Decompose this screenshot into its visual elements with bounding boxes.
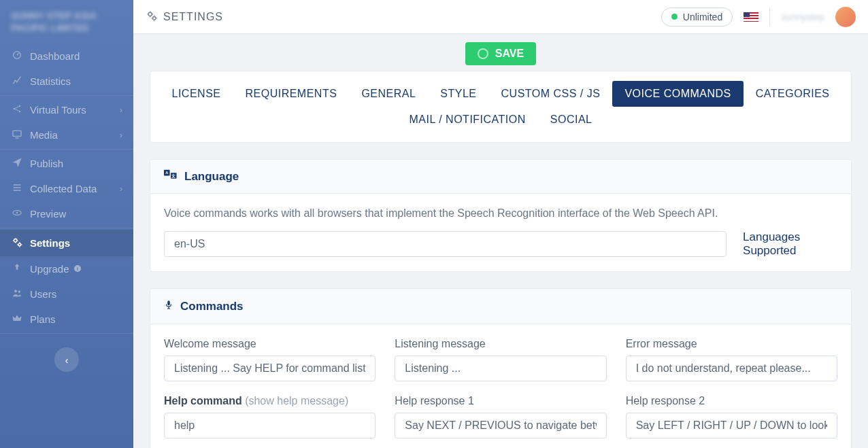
error-message-label: Error message [626,338,837,350]
svg-point-12 [18,291,20,293]
sidebar-label: Collected Data [30,183,97,194]
language-section-header: A文 Language [150,160,851,194]
language-help-text: Voice commands works with all browsers t… [164,207,837,220]
svg-point-7 [14,239,18,243]
sidebar-label: Preview [30,208,66,220]
commands-section-header: Commands [150,289,851,324]
language-flag[interactable] [744,12,758,22]
language-panel: A文 Language Voice commands works with al… [150,159,852,272]
tabs-panel: LICENSE REQUIREMENTS GENERAL STYLE CUSTO… [150,71,852,143]
topbar: SETTINGS Unlimited sunnystep [133,0,868,34]
sidebar-item-collected-data[interactable]: Collected Data › [0,176,133,201]
language-input[interactable] [164,231,727,257]
sidebar-label: Virtual Tours [30,104,86,116]
listening-message-input[interactable] [395,356,606,381]
chevron-right-icon: › [120,184,122,194]
language-icon: A文 [164,169,178,184]
sidebar-item-plans[interactable]: Plans [0,307,133,332]
svg-text:文: 文 [171,173,176,178]
welcome-message-input[interactable] [164,356,375,381]
send-icon [11,157,23,170]
status-dot-icon [671,14,678,20]
svg-point-6 [16,212,18,214]
gears-icon [146,10,158,24]
svg-point-8 [18,243,21,246]
sidebar-label: Plans [30,313,56,325]
svg-point-3 [19,111,21,113]
tab-license[interactable]: LICENSE [160,81,233,107]
microphone-icon [164,298,173,314]
chevron-right-icon: › [120,105,122,115]
help-response-1-label: Help response 1 [395,395,606,407]
tab-style[interactable]: STYLE [428,81,488,107]
languages-supported-link[interactable]: Languages Supported [743,230,837,258]
help-response-1-input[interactable] [395,413,606,438]
sidebar-item-preview[interactable]: Preview [0,201,133,226]
sidebar-item-media[interactable]: Media › [0,122,133,148]
sidebar-item-statistics[interactable]: Statistics [0,69,133,94]
svg-point-2 [19,105,21,107]
help-command-input[interactable] [164,413,375,438]
list-icon [11,182,23,195]
svg-rect-19 [167,300,170,305]
upload-icon [11,262,23,275]
sidebar-item-upgrade[interactable]: Upgrade i [0,256,133,281]
crown-icon [11,313,23,326]
tab-social[interactable]: SOCIAL [538,107,605,133]
svg-point-13 [148,12,152,16]
avatar[interactable] [835,7,856,27]
sidebar-label: Settings [30,237,70,249]
error-message-input[interactable] [626,356,837,381]
chevron-left-icon: ‹ [65,354,69,366]
save-button[interactable]: SAVE [465,42,536,65]
commands-panel: Commands Welcome message Listening messa… [150,288,852,448]
eye-icon [11,207,23,220]
sidebar-label: Statistics [30,75,71,87]
tab-requirements[interactable]: REQUIREMENTS [233,81,349,107]
tab-voice-commands[interactable]: VOICE COMMANDS [612,81,743,107]
welcome-message-label: Welcome message [164,338,375,350]
share-icon [11,103,23,116]
sidebar: SUNNY STEP ASIA PACIFIC LIMITED Dashboar… [0,0,133,448]
sidebar-label: Upgrade [30,263,69,275]
svg-text:A: A [165,171,168,175]
sidebar-item-publish[interactable]: Publish [0,151,133,176]
chart-icon [11,75,23,88]
svg-point-1 [14,108,16,110]
spinner-icon [478,48,488,59]
info-icon: i [73,263,82,275]
svg-point-11 [14,290,17,293]
sidebar-item-virtual-tours[interactable]: Virtual Tours › [0,97,133,122]
sidebar-item-users[interactable]: Users [0,281,133,307]
svg-point-14 [153,16,156,20]
unlimited-badge[interactable]: Unlimited [661,7,733,27]
help-response-2-input[interactable] [626,413,837,438]
tab-mail-notification[interactable]: MAIL / NOTIFICATION [397,107,538,133]
page-title: SETTINGS [146,10,223,24]
users-icon [11,288,23,300]
sidebar-label: Users [30,288,56,300]
tab-general[interactable]: GENERAL [349,81,428,107]
dashboard-icon [11,50,23,63]
chevron-right-icon: › [120,131,122,140]
gears-icon [11,236,23,250]
tab-custom-css-js[interactable]: CUSTOM CSS / JS [489,81,613,107]
svg-text:i: i [77,266,78,271]
sidebar-item-dashboard[interactable]: Dashboard [0,44,133,69]
sidebar-label: Media [30,129,58,141]
svg-rect-4 [13,131,21,137]
listening-message-label: Listening message [395,338,606,350]
sidebar-item-settings[interactable]: Settings [0,230,133,256]
help-command-label: Help command (show help message) [164,395,375,407]
monitor-icon [11,128,23,141]
tab-categories[interactable]: CATEGORIES [744,81,842,107]
username: sunnystep [781,12,824,22]
sidebar-label: Publish [30,158,63,169]
company-name: SUNNY STEP ASIA PACIFIC LIMITED [0,0,133,44]
sidebar-label: Dashboard [30,50,80,62]
help-response-2-label: Help response 2 [626,395,837,407]
badge-label: Unlimited [683,12,722,22]
sidebar-collapse-button[interactable]: ‹ [54,347,79,372]
